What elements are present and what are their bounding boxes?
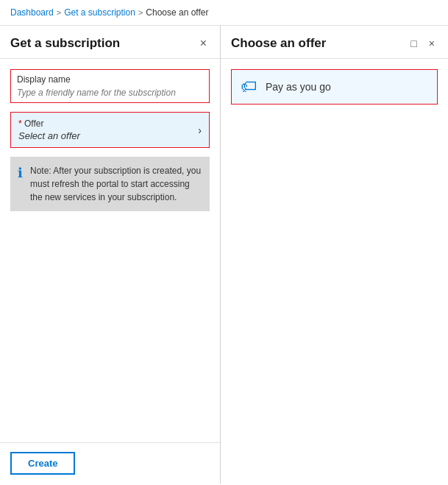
left-panel-header: Get a subscription × (0, 26, 220, 59)
breadcrumb: Dashboard > Get a subscription > Choose … (0, 0, 448, 26)
offer-item-pay-as-you-go[interactable]: 🏷 Pay as you go (231, 69, 438, 105)
right-panel-body: 🏷 Pay as you go (221, 59, 448, 484)
offer-selector[interactable]: Offer Select an offer › (10, 112, 210, 148)
left-panel-body: Display name Offer Select an offer › ℹ N… (0, 59, 220, 442)
display-name-box: Display name (10, 69, 210, 103)
offer-chevron-icon: › (198, 124, 202, 136)
right-panel: Choose an offer □ × 🏷 Pay as you go (221, 26, 448, 484)
breadcrumb-dashboard[interactable]: Dashboard (10, 7, 54, 18)
offer-tag-icon: 🏷 (241, 77, 257, 96)
breadcrumb-current: Choose an offer (146, 7, 208, 18)
maximize-button[interactable]: □ (408, 36, 419, 51)
left-panel-footer: Create (0, 442, 220, 484)
offer-label-row: Offer Select an offer (18, 118, 80, 141)
info-icon: ℹ (18, 165, 23, 181)
display-name-input[interactable] (17, 88, 203, 98)
right-panel-title: Choose an offer (231, 36, 326, 51)
breadcrumb-get-subscription[interactable]: Get a subscription (64, 7, 135, 18)
info-text: Note: After your subscription is created… (30, 164, 202, 204)
left-panel-close-button[interactable]: × (197, 36, 210, 51)
breadcrumb-sep-1: > (57, 8, 61, 17)
right-panel-close-button[interactable]: × (426, 36, 438, 51)
right-panel-header: Choose an offer □ × (221, 26, 448, 59)
right-header-actions: □ × (408, 36, 438, 51)
offer-item-name: Pay as you go (266, 81, 331, 93)
create-button[interactable]: Create (10, 452, 75, 475)
info-box: ℹ Note: After your subscription is creat… (10, 157, 210, 211)
breadcrumb-sep-2: > (138, 8, 143, 17)
offer-value: Select an offer (18, 130, 80, 141)
offer-label: Offer (18, 118, 80, 129)
left-panel-title: Get a subscription (10, 36, 120, 51)
left-panel: Get a subscription × Display name Offer … (0, 26, 221, 484)
display-name-label: Display name (17, 74, 203, 85)
main-layout: Get a subscription × Display name Offer … (0, 26, 448, 484)
